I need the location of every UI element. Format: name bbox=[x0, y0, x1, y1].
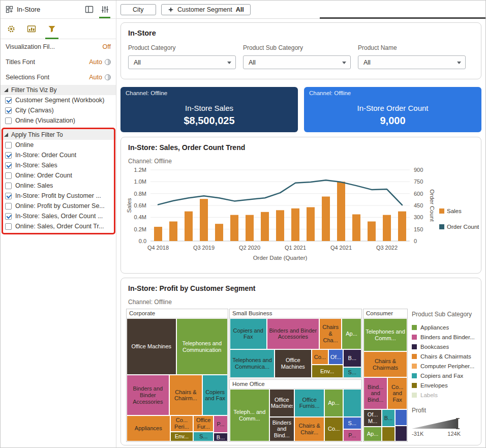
apply-to-in-store-sales[interactable]: In-Store: Sales bbox=[1, 160, 116, 170]
sales-bar-q2-2019[interactable] bbox=[185, 212, 193, 241]
treemap-tile-s[interactable]: S... bbox=[343, 367, 361, 378]
legend-item-labels[interactable]: Labels bbox=[412, 390, 480, 400]
treemap-tile-office-machines[interactable]: Office Machines bbox=[127, 318, 176, 375]
checkbox-checked[interactable] bbox=[5, 162, 12, 169]
treemap-tile-telephones-and-comm[interactable]: Telephones and Comm... bbox=[363, 318, 407, 351]
legend-item-computer-peripher[interactable]: Computer Peripher... bbox=[412, 361, 480, 371]
treemap-tile-chairs-cha[interactable]: Chairs & Cha... bbox=[319, 318, 342, 349]
treemap-tile-binders-and-bind[interactable]: Binders and Bind... bbox=[269, 417, 294, 441]
treemap-tile-ap[interactable]: Ap... bbox=[324, 389, 343, 417]
treemap-tile-small[interactable] bbox=[395, 409, 407, 425]
treemap-tile-of-m[interactable]: Of... M... bbox=[363, 409, 382, 427]
treemap-tile-co[interactable]: Co... bbox=[312, 349, 329, 365]
treemap-tile-p[interactable]: P... bbox=[343, 429, 361, 441]
product-sub-category-select[interactable]: All bbox=[243, 55, 351, 69]
treemap-tile-binders-and-binder-accessories[interactable]: Binders and Binder Accessories bbox=[267, 318, 320, 349]
sales-bar-q3-2021[interactable] bbox=[322, 197, 330, 242]
setting-row-visualization-fil[interactable]: Visualization Fil...Off bbox=[1, 39, 116, 54]
legend-item-bookcases[interactable]: Bookcases bbox=[412, 342, 480, 351]
trend-combo-chart[interactable]: 0.000.2M1500.4M3000.6M4500.8M6001.0M7501… bbox=[123, 166, 480, 267]
treemap-tile-copiers-and-fax[interactable]: Copiers and Fax bbox=[230, 318, 267, 349]
treemap-tile-s[interactable]: S... bbox=[343, 417, 361, 430]
legend-item-binders-and-binder[interactable]: Binders and Binder... bbox=[412, 332, 480, 342]
canvas-scrollbar[interactable] bbox=[320, 17, 485, 19]
filter-pill-city[interactable]: City bbox=[120, 4, 156, 15]
apply-to-online-sales-order-count-tr[interactable]: Online: Sales, Order Count Tr... bbox=[1, 221, 116, 231]
treemap-tile-chairs-chair[interactable]: Chairs & Chair... bbox=[294, 417, 325, 441]
treemap-tile-telephones-and-communication[interactable]: Telephones and Communication bbox=[176, 318, 228, 375]
treemap-tile-telephones-and-communica[interactable]: Telephones and Communica... bbox=[230, 349, 275, 378]
checkbox-unchecked[interactable] bbox=[5, 117, 12, 124]
apply-to-online-sales[interactable]: Online: Sales bbox=[1, 181, 116, 191]
section-header-filter-viz[interactable]: Filter This Viz By bbox=[1, 85, 116, 95]
order-count-line[interactable] bbox=[158, 180, 402, 205]
checkbox-unchecked[interactable] bbox=[5, 203, 12, 210]
sales-bar-q1-2019[interactable] bbox=[169, 222, 177, 242]
treemap-tile-office-machines[interactable]: Office Machines bbox=[275, 349, 312, 378]
sales-bar-q4-2022[interactable] bbox=[398, 212, 406, 241]
legend-item-copiers-and-fax[interactable]: Copiers and Fax bbox=[412, 371, 480, 380]
checkbox-checked[interactable] bbox=[5, 213, 12, 220]
checkbox-checked[interactable] bbox=[5, 152, 12, 159]
layout-panels-icon[interactable] bbox=[83, 1, 95, 18]
checkbox-checked[interactable] bbox=[5, 193, 12, 199]
sales-bar-q3-2020[interactable] bbox=[261, 212, 269, 241]
treemap-tile-office-furnis[interactable]: Office Furnis... bbox=[294, 389, 325, 417]
legend-item-appliances[interactable]: Appliances bbox=[412, 322, 480, 332]
treemap-tile-b[interactable]: B... bbox=[214, 433, 228, 441]
tab-visualization[interactable] bbox=[25, 19, 38, 39]
sales-bar-q4-2021[interactable] bbox=[337, 182, 345, 241]
apply-to-in-store-sales-order-count[interactable]: In-Store: Sales, Order Count ... bbox=[1, 211, 116, 221]
treemap-tile-env[interactable]: Env... bbox=[170, 432, 194, 441]
sales-bar-q4-2018[interactable] bbox=[154, 227, 162, 241]
apply-to-in-store-order-count[interactable]: In-Store: Order Count bbox=[1, 150, 116, 160]
setting-row-selections-font[interactable]: Selections FontAuto bbox=[1, 70, 116, 85]
checkbox-unchecked[interactable] bbox=[5, 223, 12, 230]
sales-bar-q1-2020[interactable] bbox=[230, 215, 238, 241]
treemap-tile-env[interactable]: Env... bbox=[312, 365, 343, 378]
treemap-tile-small[interactable] bbox=[382, 427, 395, 441]
sales-bar-q2-2020[interactable] bbox=[246, 215, 254, 241]
treemap-tile-small[interactable] bbox=[395, 426, 407, 441]
apply-to-online-order-count[interactable]: Online: Order Count bbox=[1, 170, 116, 181]
filter-viz-online-visualization[interactable]: Online (Visualization) bbox=[1, 115, 116, 126]
treemap-tile-copiers-and-fax[interactable]: Copiers and Fax bbox=[202, 375, 228, 415]
treemap-tile-s[interactable]: S... bbox=[193, 432, 214, 441]
product-category-select[interactable]: All bbox=[128, 55, 236, 69]
treemap-tile-teleph-and-comm[interactable]: Teleph... and Comm... bbox=[230, 389, 269, 441]
setting-value[interactable]: Off bbox=[103, 43, 111, 50]
filter-pill-customer-segment[interactable]: Customer Segment All bbox=[161, 4, 251, 15]
apply-to-online[interactable]: Online bbox=[1, 140, 116, 150]
treemap-tile-appliances[interactable]: Appliances bbox=[127, 415, 170, 441]
treemap-tile-p[interactable]: P... bbox=[214, 415, 228, 433]
kpi-tile-in-store-order-count[interactable]: Channel: OfflineIn-Store Order Count9,00… bbox=[304, 87, 481, 132]
treemap-tile-ap[interactable]: Ap... bbox=[342, 318, 361, 349]
treemap-tile-office-fur[interactable]: Office Fur... bbox=[193, 415, 214, 431]
apply-to-in-store-profit-by-customer[interactable]: In-Store: Profit by Customer ... bbox=[1, 191, 116, 201]
treemap-tile-small[interactable] bbox=[343, 389, 361, 417]
sales-bar-q1-2022[interactable] bbox=[352, 215, 360, 242]
sales-bar-q3-2019[interactable] bbox=[200, 199, 208, 241]
setting-value[interactable]: Auto bbox=[89, 58, 111, 66]
legend-item-envelopes[interactable]: Envelopes bbox=[412, 380, 480, 390]
treemap-tile-co-and-fax[interactable]: Co... and Fax bbox=[387, 377, 407, 409]
setting-row-titles-font[interactable]: Titles FontAuto bbox=[1, 54, 116, 70]
treemap-tile-b[interactable]: B... bbox=[382, 409, 395, 427]
treemap-plot[interactable]: CorporateOffice MachinesTelephones and C… bbox=[126, 309, 408, 442]
treemap-tile-chairs-chairmats[interactable]: Chairs & Chairmats bbox=[363, 351, 407, 377]
legend-item-chairs-chairmats[interactable]: Chairs & Chairmats bbox=[412, 351, 480, 361]
tab-filters[interactable] bbox=[45, 19, 58, 39]
setting-value[interactable]: Auto bbox=[89, 74, 111, 81]
section-header-apply-to[interactable]: Apply This Filter To bbox=[1, 130, 116, 140]
sales-bar-q4-2019[interactable] bbox=[215, 224, 223, 241]
sales-bar-q2-2022[interactable] bbox=[368, 222, 376, 242]
sales-bar-q1-2021[interactable] bbox=[291, 208, 299, 241]
sales-bar-q4-2020[interactable] bbox=[276, 210, 284, 241]
checkbox-unchecked[interactable] bbox=[5, 142, 12, 148]
filter-viz-customer-segment-workbook[interactable]: Customer Segment (Workbook) bbox=[1, 95, 116, 105]
sales-bar-q3-2022[interactable] bbox=[383, 215, 391, 241]
filter-viz-city-canvas[interactable]: City (Canvas) bbox=[1, 105, 116, 115]
treemap-tile-of[interactable]: Of... bbox=[328, 349, 343, 365]
treemap-tile-office-machines[interactable]: Office Machines bbox=[269, 389, 294, 417]
checkbox-checked[interactable] bbox=[5, 107, 12, 114]
